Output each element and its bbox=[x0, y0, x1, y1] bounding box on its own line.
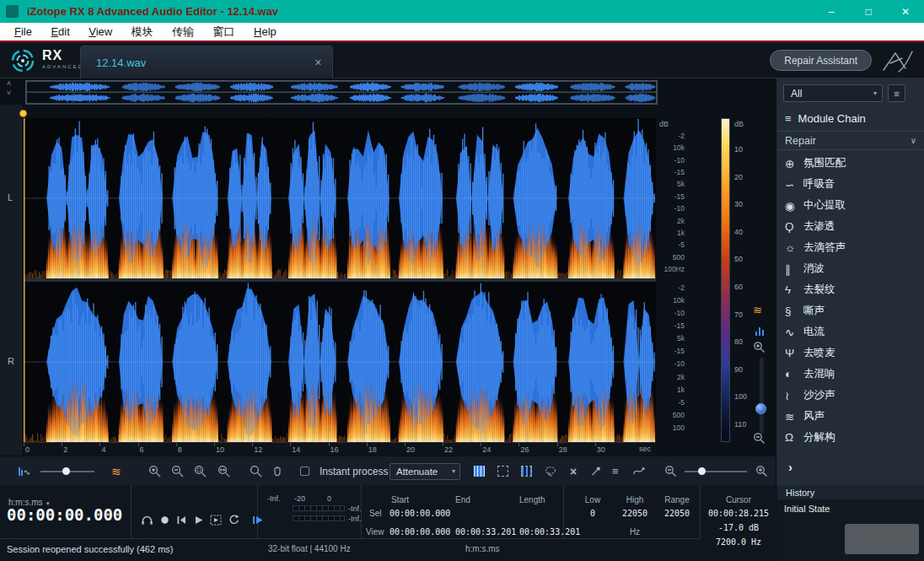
spectrogram-settings-icon[interactable]: ≋ bbox=[111, 456, 121, 486]
brush-tool[interactable] bbox=[590, 456, 603, 486]
monitor-headphones-icon[interactable] bbox=[141, 515, 153, 526]
process-mode-select[interactable]: Attenuate▾ bbox=[389, 456, 460, 486]
module-filter-select[interactable]: All ▾ bbox=[783, 84, 883, 102]
record-button-icon[interactable] bbox=[159, 515, 170, 526]
freq-high-value[interactable]: 22050 bbox=[615, 509, 654, 518]
breath-control-icon: ∽ bbox=[785, 178, 803, 191]
sel-start-value[interactable]: 00:00:00.000 bbox=[389, 509, 450, 518]
ruler-label: -5 bbox=[678, 398, 685, 407]
history-item[interactable]: Initial State bbox=[784, 504, 924, 514]
vertical-scrollbar-thumb[interactable] bbox=[755, 403, 766, 414]
minimize-button[interactable]: – bbox=[813, 0, 850, 23]
frequency-selection-tool[interactable] bbox=[521, 456, 532, 486]
maximize-button[interactable]: □ bbox=[850, 0, 887, 23]
zoom-out-vertical-icon[interactable] bbox=[753, 432, 766, 445]
panel-menu-button[interactable]: ≡ bbox=[888, 84, 905, 102]
de-bleed-icon: Ϙ bbox=[785, 220, 803, 233]
titlebar: iZotope RX 8 Advanced Audio Editor - 12.… bbox=[0, 0, 924, 23]
module-list-item[interactable]: Ω 分解构 bbox=[776, 427, 924, 448]
panel-expand-chevron-icon[interactable]: › bbox=[788, 460, 792, 474]
freq-low-value[interactable]: 0 bbox=[573, 509, 612, 518]
wave-spectro-balance-icon[interactable] bbox=[17, 456, 30, 486]
spectrogram-canvas[interactable] bbox=[24, 118, 656, 442]
loop-button-icon[interactable] bbox=[228, 514, 239, 526]
tab-close-icon[interactable]: ✕ bbox=[314, 57, 322, 68]
de-reverb-icon: ◐ bbox=[785, 368, 803, 380]
hand-tool-icon[interactable] bbox=[271, 456, 284, 486]
repair-assistant-button[interactable]: Repair Assistant bbox=[770, 50, 872, 71]
lasso-selection-tool[interactable] bbox=[545, 456, 558, 486]
module-list-item[interactable]: ☼ 去滴答声 bbox=[776, 237, 924, 258]
magic-wand-tool[interactable]: × bbox=[570, 456, 577, 486]
time-frequency-selection-tool[interactable] bbox=[497, 456, 508, 486]
horizontal-zoom-in-icon[interactable] bbox=[755, 456, 768, 486]
toolbar: ≋ Instant process Attenuate▾ × bbox=[0, 456, 776, 485]
freq-ruler-right-channel[interactable]: -210k-10-155k-15-102k1k-5500100 bbox=[656, 283, 685, 432]
menu-item[interactable]: 模块 bbox=[124, 23, 161, 40]
module-list-item[interactable]: ∥ 消波 bbox=[776, 258, 924, 279]
freq-range-value[interactable]: 22050 bbox=[658, 509, 696, 518]
time-tick: 30 bbox=[595, 443, 633, 456]
module-list-item[interactable]: ϟ 去裂纹 bbox=[776, 279, 924, 300]
view-start-value[interactable]: 00:00:00.000 bbox=[389, 527, 450, 537]
play-button-icon[interactable] bbox=[193, 515, 204, 526]
freq-ruler-left-channel[interactable]: -210k-10-155k-15-102k1k-5500100Hz bbox=[656, 132, 685, 273]
tab-label: 12.14.wav bbox=[96, 57, 146, 69]
punch-play-icon[interactable] bbox=[252, 515, 264, 526]
colorbar-tick-label: 110 bbox=[734, 420, 747, 429]
collapse-overview-icon[interactable]: ˄˅ bbox=[7, 79, 11, 98]
zoom-fit-icon[interactable] bbox=[218, 456, 231, 486]
module-chain-item[interactable]: ≡ Module Chain bbox=[776, 107, 924, 129]
menu-item[interactable]: Edit bbox=[43, 23, 77, 40]
repair-section-header[interactable]: Repair ∨ bbox=[776, 131, 924, 150]
horizontal-zoom-out-icon[interactable] bbox=[664, 456, 677, 486]
waveform-spectrogram-toggle-icon[interactable] bbox=[755, 327, 764, 336]
center-extract-icon: ◉ bbox=[785, 199, 803, 213]
horizontal-zoom-slider[interactable] bbox=[685, 456, 747, 486]
view-length-value[interactable]: 00:00:33.201 bbox=[519, 527, 580, 537]
close-button[interactable]: ✕ bbox=[887, 0, 924, 23]
vertical-scrollbar[interactable] bbox=[760, 358, 764, 434]
spectrogram-colorbar[interactable] bbox=[721, 118, 730, 442]
zoom-in-vertical-icon[interactable] bbox=[753, 341, 766, 353]
tab-file[interactable]: 12.14.wav ✕ bbox=[80, 46, 333, 78]
col-low-header: Low bbox=[573, 495, 612, 504]
module-list-item[interactable]: ≀ 沙沙声 bbox=[776, 385, 924, 406]
time-ruler[interactable]: 0 2 4 6 8 10 12 bbox=[24, 442, 656, 456]
menu-item[interactable]: View bbox=[81, 23, 120, 40]
module-list-item[interactable]: ≋ 风声 bbox=[776, 406, 924, 427]
skip-to-start-icon[interactable] bbox=[176, 515, 187, 526]
spectrogram-settings-icon[interactable]: ≋ bbox=[753, 304, 762, 316]
playhead-handle[interactable] bbox=[19, 110, 27, 117]
ruler-label: -10 bbox=[674, 204, 685, 213]
menu-item[interactable]: 窗口 bbox=[206, 23, 243, 40]
magnifier-icon[interactable] bbox=[250, 456, 263, 486]
status-message: Session reopened successfully (462 ms) bbox=[7, 544, 173, 554]
zoom-out-icon[interactable] bbox=[171, 456, 185, 486]
harmonics-selection-tool[interactable]: ≡ bbox=[612, 456, 619, 486]
view-end-value[interactable]: 00:00:33.201 bbox=[455, 527, 516, 537]
module-list-item[interactable]: § 嘶声 bbox=[776, 300, 924, 321]
ruler-label: 5k bbox=[677, 334, 685, 343]
module-list-item[interactable]: ◐ 去混响 bbox=[776, 364, 924, 385]
colorbar-tick-label: 40 bbox=[734, 228, 747, 236]
module-list-item[interactable]: ⊕ 氛围匹配 bbox=[776, 153, 924, 174]
module-list-item[interactable]: Ϙ 去渗透 bbox=[776, 216, 924, 237]
module-list-item[interactable]: ∿ 电流 bbox=[776, 321, 924, 343]
module-list-item[interactable]: Ψ 去喷麦 bbox=[776, 343, 924, 364]
zoom-in-icon[interactable] bbox=[148, 456, 162, 486]
zoom-selection-icon[interactable] bbox=[194, 456, 207, 486]
menu-item[interactable]: Help bbox=[246, 23, 284, 40]
instant-process-checkbox[interactable] bbox=[300, 456, 309, 486]
menu-item[interactable]: File bbox=[7, 23, 40, 40]
menu-item[interactable]: 传输 bbox=[164, 23, 201, 40]
colorbar-unit-label: dB bbox=[734, 120, 744, 128]
balance-slider[interactable] bbox=[40, 456, 94, 486]
module-list-item[interactable]: ∽ 呼吸音 bbox=[776, 174, 924, 195]
curve-tool[interactable] bbox=[632, 456, 646, 486]
playhead-time-display[interactable]: 00:00:00.000 bbox=[7, 505, 122, 524]
play-selection-icon[interactable] bbox=[210, 515, 222, 526]
module-list-item[interactable]: ◉ 中心提取 bbox=[776, 195, 924, 216]
overview-waveform-canvas[interactable] bbox=[25, 80, 658, 105]
time-selection-tool[interactable] bbox=[474, 456, 485, 486]
